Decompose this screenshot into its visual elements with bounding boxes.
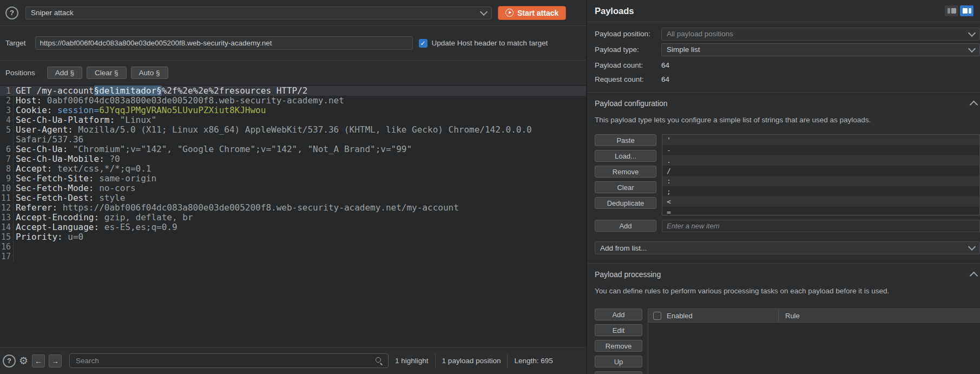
payload-processing-body: AddEditRemoveUpDown Enabled Rule: [587, 309, 980, 374]
line-number: 14: [0, 222, 14, 232]
payload-type-select[interactable]: Simple list: [661, 43, 980, 56]
add-from-list-value: Add from list...: [600, 244, 647, 252]
line-content: [14, 242, 586, 252]
up-button[interactable]: Up: [595, 356, 642, 368]
payload-item[interactable]: :: [662, 176, 979, 186]
help-icon[interactable]: ?: [3, 355, 16, 368]
payload-item[interactable]: /: [662, 166, 979, 176]
start-attack-button[interactable]: Start attack: [498, 6, 566, 20]
line-content: Sec-Ch-Ua-Platform: "Linux": [14, 115, 586, 125]
request-line: 6Sec-Ch-Ua: "Chromium";v="142", "Google …: [0, 145, 586, 154]
enabled-header-label: Enabled: [667, 312, 693, 320]
payload-configuration-header: Payload configuration: [587, 93, 980, 108]
code-segment: Accept:: [16, 163, 57, 174]
clear-button[interactable]: Clear §: [87, 67, 127, 79]
code-segment: GET /my-account: [16, 86, 94, 96]
update-host-header-checkbox[interactable]: ✓: [419, 39, 427, 48]
line-content: Sec-Fetch-Mode: no-cors: [14, 183, 586, 193]
add-button[interactable]: Add: [595, 309, 642, 320]
payload-processing-header: Payload processing: [587, 264, 980, 279]
line-number: 8: [0, 164, 14, 174]
next-match-button[interactable]: →: [49, 355, 62, 368]
payload-configuration-body: PasteLoad...RemoveClearDeduplicate '-./:…: [587, 134, 980, 235]
deduplicate-button[interactable]: Deduplicate: [595, 197, 656, 209]
request-editor[interactable]: 1GET /my-account§delimitador§%2f%2e%2e%2…: [0, 84, 586, 347]
request-line: 15Priority: u=0: [0, 232, 586, 242]
payload-configuration-title: Payload configuration: [595, 99, 668, 108]
paste-button[interactable]: Paste: [595, 134, 656, 146]
start-attack-label: Start attack: [517, 9, 558, 17]
enabled-column-header: Enabled: [648, 309, 779, 322]
update-host-header-label: Update Host header to match target: [432, 39, 548, 47]
enabled-checkbox[interactable]: [653, 312, 661, 320]
code-segment: u=0: [68, 232, 83, 242]
line-number: 15: [0, 232, 14, 242]
request-line: 2Host: 0abf006f04dc083a800e03de005200f8.…: [0, 96, 586, 106]
request-line: 12Referer: https://0abf006f04dc083a800e0…: [0, 203, 586, 213]
line-content: Accept: text/css,*/*;q=0.1: [14, 164, 586, 174]
payload-count-label: Payload count:: [595, 61, 661, 69]
add-button[interactable]: Add: [595, 220, 656, 232]
payload-settings: Payload position: All payload positions …: [587, 22, 980, 93]
edit-button[interactable]: Edit: [595, 324, 642, 336]
target-input[interactable]: [35, 36, 413, 50]
positions-buttons: Add §Clear §Auto §: [47, 67, 173, 79]
add-item-input-cell: [662, 220, 980, 235]
request-count-row: Request count: 64: [595, 73, 980, 86]
search-input[interactable]: [75, 356, 375, 365]
load-button[interactable]: Load...: [595, 150, 656, 162]
target-label: Target: [5, 39, 26, 47]
code-segment: Cookie:: [16, 105, 57, 115]
code-segment: text/css,*/*;q=0.1: [57, 163, 151, 174]
clear-button[interactable]: Clear: [595, 181, 656, 193]
code-segment: "Linux": [120, 115, 156, 125]
request-line: 4Sec-Ch-Ua-Platform: "Linux": [0, 115, 586, 125]
code-segment: no-cors: [99, 183, 135, 193]
payload-position-value: All payload positions: [667, 30, 733, 38]
request-count-label: Request count:: [595, 75, 661, 83]
search-icon[interactable]: [375, 357, 383, 365]
down-button[interactable]: Down: [595, 371, 642, 374]
payload-item[interactable]: ;: [662, 186, 979, 196]
code-segment: Sec-Fetch-Site:: [16, 173, 99, 183]
payload-item[interactable]: ': [662, 135, 979, 145]
payloads-title: Payloads: [595, 6, 945, 16]
payload-list-buttons: PasteLoad...RemoveClearDeduplicate: [595, 134, 662, 215]
remove-button[interactable]: Remove: [595, 340, 642, 352]
code-segment: Sec-Fetch-Mode:: [16, 183, 99, 193]
processing-rules-empty-body[interactable]: [648, 323, 980, 374]
payload-type-value: Simple list: [667, 45, 700, 54]
add-button[interactable]: Add §: [47, 67, 82, 79]
line-content: Sec-Fetch-Dest: style: [14, 193, 586, 203]
new-item-input[interactable]: [662, 220, 980, 232]
layout-left-wide-icon[interactable]: [945, 5, 958, 16]
line-content: Referer: https://0abf006f04dc083a800e03d…: [14, 203, 586, 213]
payload-item[interactable]: =: [662, 207, 979, 215]
auto-button[interactable]: Auto §: [131, 67, 168, 79]
payload-type-label: Payload type:: [595, 45, 661, 54]
chevron-down-icon: [968, 29, 976, 36]
burp-intruder-window: ? Sniper attack Start attack Target ✓ Up…: [0, 0, 980, 374]
remove-button[interactable]: Remove: [595, 166, 656, 178]
chevron-down-icon: [968, 243, 976, 251]
line-number: 4: [0, 115, 14, 125]
previous-match-button[interactable]: ←: [32, 355, 45, 368]
payload-position-label: Payload position:: [595, 30, 661, 38]
add-from-list-select[interactable]: Add from list...: [595, 241, 980, 254]
attack-type-select[interactable]: Sniper attack: [25, 6, 492, 19]
payload-item[interactable]: <: [662, 196, 979, 207]
layout-right-wide-icon[interactable]: [960, 5, 974, 16]
payload-position-select[interactable]: All payload positions: [661, 28, 980, 41]
help-icon[interactable]: ?: [5, 6, 18, 19]
arrow-left-icon: ←: [35, 357, 42, 365]
payload-item[interactable]: .: [662, 155, 979, 166]
payloads-panel: Payloads Payload position: All payload p…: [587, 0, 980, 374]
code-segment: 0abf006f04dc083a800e03de005200f8.web-sec…: [47, 95, 344, 106]
payload-item[interactable]: -: [662, 145, 979, 155]
line-number: 6: [0, 145, 14, 154]
line-number: 12: [0, 203, 14, 213]
code-segment: Sec-Fetch-Dest:: [16, 193, 99, 203]
payloads-header: Payloads: [587, 0, 980, 22]
gear-icon[interactable]: ⚙: [19, 356, 28, 366]
editor-bottom-toolbar: ? ⚙ ← → 1 highlight 1 payload position L…: [0, 347, 586, 374]
